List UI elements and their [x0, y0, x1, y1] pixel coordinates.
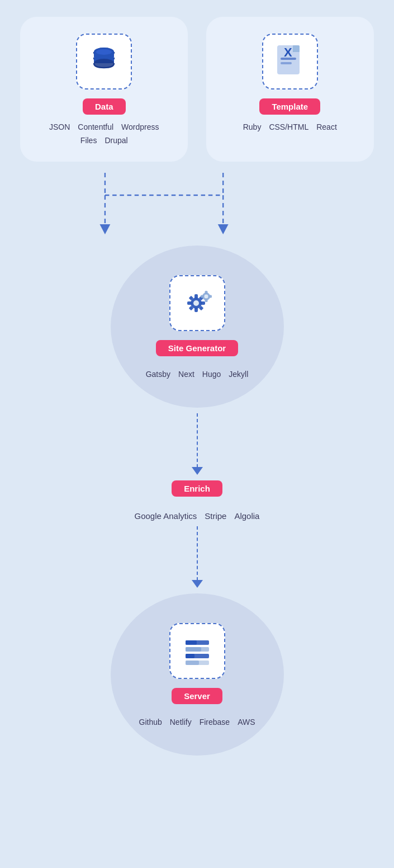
svg-text:X: X	[284, 45, 292, 59]
tag-gatsby: Gatsby	[146, 370, 170, 379]
arrow-down-2	[192, 580, 203, 588]
tag-firebase: Firebase	[200, 718, 230, 727]
svg-point-3	[94, 59, 114, 68]
svg-point-5	[96, 49, 112, 55]
connector-top	[11, 173, 383, 240]
tag-stripe: Stripe	[205, 511, 226, 521]
svg-rect-41	[186, 661, 199, 665]
svg-marker-15	[99, 224, 110, 234]
svg-rect-7	[293, 45, 300, 52]
data-tags: JSON Contentful Wordpress Files Drupal	[42, 122, 165, 145]
tag-aws: AWS	[238, 718, 255, 727]
svg-rect-39	[186, 654, 194, 658]
svg-rect-30	[205, 291, 207, 294]
top-row: Data JSON Contentful Wordpress Files Dru…	[11, 17, 383, 162]
tag-jekyll: Jekyll	[229, 370, 248, 379]
site-generator-icon-box	[169, 275, 225, 331]
svg-point-29	[204, 294, 208, 298]
svg-rect-21	[194, 308, 198, 312]
tag-github: Github	[139, 718, 162, 727]
dashed-line-2	[197, 526, 198, 581]
svg-rect-23	[201, 301, 205, 305]
server-tags: Github Netlify Firebase AWS	[139, 718, 255, 727]
tag-json: JSON	[49, 122, 70, 131]
tag-ruby: Ruby	[243, 122, 262, 131]
tag-netlify: Netlify	[170, 718, 192, 727]
server-icon	[180, 634, 215, 668]
svg-rect-35	[186, 640, 197, 645]
server-badge: Server	[172, 688, 222, 704]
connector-middle	[192, 413, 203, 475]
arrow-down-1	[192, 467, 203, 475]
enrich-badge: Enrich	[172, 480, 222, 497]
tag-google-analytics: Google Analytics	[135, 511, 197, 521]
tag-next: Next	[178, 370, 194, 379]
tag-algolia: Algolia	[234, 511, 259, 521]
tag-contentful: Contentful	[78, 122, 113, 131]
data-icon-box	[76, 34, 132, 89]
connector-lower	[192, 526, 203, 588]
template-badge: Template	[259, 98, 320, 115]
tag-files: Files	[80, 136, 97, 145]
tag-wordpress: Wordpress	[121, 122, 159, 131]
data-badge: Data	[83, 98, 126, 115]
svg-rect-32	[201, 295, 204, 298]
gears-icon	[178, 284, 216, 322]
dashed-line-1	[197, 413, 198, 468]
database-icon	[87, 44, 121, 79]
enrich-section: Enrich Google Analytics Stripe Algolia	[11, 480, 383, 521]
template-file-icon: X	[274, 44, 306, 79]
data-card: Data JSON Contentful Wordpress Files Dru…	[20, 17, 188, 162]
svg-rect-33	[208, 295, 212, 298]
server-icon-box	[169, 623, 225, 679]
template-card: X Template Ruby CSS/HTML React	[206, 17, 374, 162]
svg-marker-17	[218, 224, 229, 234]
site-generator-badge: Site Generator	[156, 340, 238, 356]
tag-hugo: Hugo	[202, 370, 221, 379]
site-generator-section: Site Generator Gatsby Next Hugo Jekyll	[11, 246, 383, 408]
server-bubble: Server Github Netlify Firebase AWS	[111, 593, 284, 756]
site-generator-tags: Gatsby Next Hugo Jekyll	[146, 370, 249, 379]
svg-rect-20	[194, 294, 198, 299]
site-generator-bubble: Site Generator Gatsby Next Hugo Jekyll	[111, 246, 284, 408]
svg-rect-22	[187, 301, 192, 305]
svg-rect-9	[281, 62, 292, 64]
svg-rect-37	[186, 647, 201, 652]
template-tags: Ruby CSS/HTML React	[243, 122, 337, 131]
tag-drupal: Drupal	[105, 136, 127, 145]
tag-csshtml: CSS/HTML	[269, 122, 308, 131]
svg-point-19	[193, 300, 199, 306]
tag-react: React	[316, 122, 337, 131]
server-section: Server Github Netlify Firebase AWS	[11, 593, 383, 756]
connector-top-svg	[11, 173, 383, 240]
template-icon-box: X	[262, 34, 318, 89]
svg-rect-31	[205, 299, 207, 302]
enrich-tags: Google Analytics Stripe Algolia	[135, 511, 260, 521]
